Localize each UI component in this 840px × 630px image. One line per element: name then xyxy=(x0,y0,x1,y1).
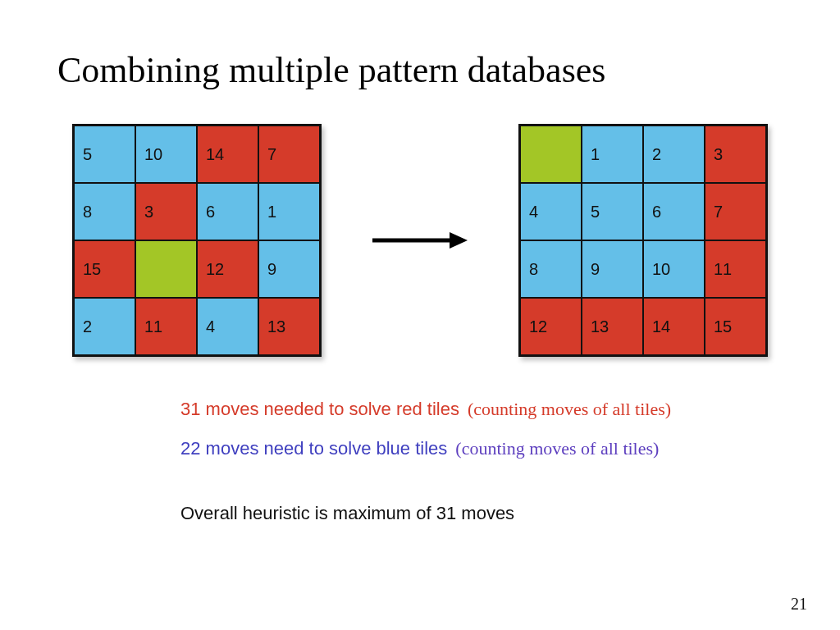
puzzle-cell: 7 xyxy=(705,183,766,240)
puzzle-cell: 11 xyxy=(705,240,766,298)
slide-title: Combining multiple pattern databases xyxy=(57,49,791,91)
puzzle-cell: 14 xyxy=(643,298,705,355)
puzzle-cell xyxy=(520,126,582,183)
puzzle-cell: 4 xyxy=(520,183,582,240)
blue-note-main: 22 moves need to solve blue tiles xyxy=(180,429,447,468)
puzzle-cell: 6 xyxy=(197,183,258,240)
slide: Combining multiple pattern databases 510… xyxy=(0,0,840,630)
puzzle-cell: 9 xyxy=(258,240,320,298)
puzzle-cell: 12 xyxy=(197,240,258,298)
puzzle-cell: 1 xyxy=(582,126,643,183)
puzzle-cell: 15 xyxy=(74,240,135,298)
puzzle-cell: 10 xyxy=(135,126,197,183)
puzzle-cell: 6 xyxy=(643,183,705,240)
overall-note: Overall heuristic is maximum of 31 moves xyxy=(180,494,791,533)
red-note-paren: (counting moves of all tiles) xyxy=(468,390,671,429)
puzzle-cell: 3 xyxy=(135,183,197,240)
puzzle-cell: 11 xyxy=(135,298,197,355)
puzzle-cell: 5 xyxy=(582,183,643,240)
svg-marker-1 xyxy=(450,232,468,249)
page-number: 21 xyxy=(791,595,807,614)
puzzle-cell: 2 xyxy=(74,298,135,355)
puzzle-cell: 1 xyxy=(258,183,320,240)
puzzle-cell: 2 xyxy=(643,126,705,183)
blue-note-paren: (counting moves of all tiles) xyxy=(455,429,659,468)
puzzle-cell: 9 xyxy=(582,240,643,298)
puzzle-cell: 5 xyxy=(74,126,135,183)
left-puzzle-grid: 510147836115129211413 xyxy=(72,124,322,357)
puzzle-cell: 10 xyxy=(643,240,705,298)
puzzle-cell: 13 xyxy=(582,298,643,355)
puzzle-cell: 13 xyxy=(258,298,320,355)
puzzle-cell xyxy=(135,240,197,298)
puzzle-cell: 8 xyxy=(74,183,135,240)
right-puzzle-grid: 123456789101112131415 xyxy=(518,124,768,357)
arrow-icon xyxy=(371,228,469,253)
puzzle-cell: 7 xyxy=(258,126,320,183)
figure-row: 510147836115129211413 123456789101112131… xyxy=(49,124,791,357)
puzzle-cell: 8 xyxy=(520,240,582,298)
notes-block: 31 moves needed to solve red tiles (coun… xyxy=(180,390,791,533)
puzzle-cell: 14 xyxy=(197,126,258,183)
puzzle-cell: 15 xyxy=(705,298,766,355)
blue-note-line: 22 moves need to solve blue tiles (count… xyxy=(180,429,791,468)
puzzle-cell: 12 xyxy=(520,298,582,355)
red-note-line: 31 moves needed to solve red tiles (coun… xyxy=(180,390,791,429)
red-note-main: 31 moves needed to solve red tiles xyxy=(180,390,459,429)
puzzle-cell: 4 xyxy=(197,298,258,355)
puzzle-cell: 3 xyxy=(705,126,766,183)
